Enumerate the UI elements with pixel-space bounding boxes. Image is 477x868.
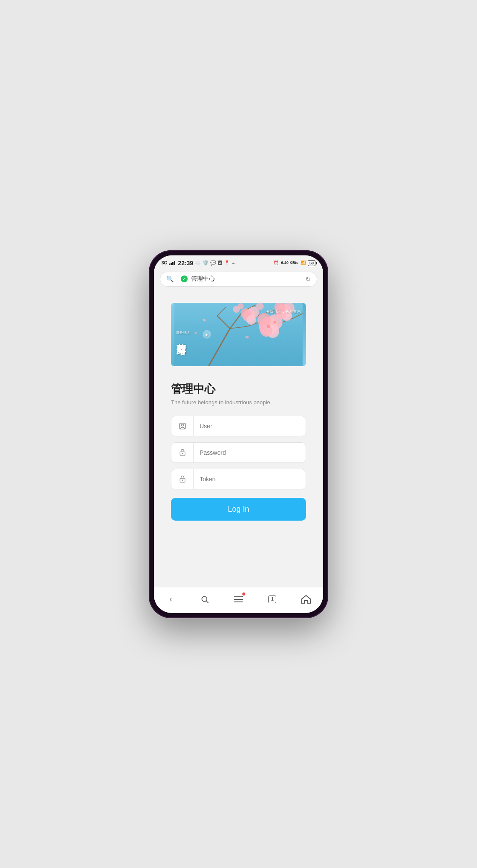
- refresh-icon[interactable]: ↻: [305, 275, 311, 283]
- svg-point-33: [238, 303, 244, 309]
- page-title: 管理中心: [171, 382, 306, 397]
- login-button[interactable]: Log In: [171, 498, 306, 521]
- status-left: 3G 22:39 ☁️ 🛡️ 💬 A 📍 ···: [162, 260, 236, 267]
- security-badge: ✓: [181, 276, 188, 282]
- banner-text: 准备就绪 苍穹网络 ▶: [176, 330, 190, 339]
- svg-line-45: [206, 601, 209, 603]
- banner-subtitle: 准备就绪: [176, 330, 190, 335]
- alarm-icon: ⏰: [274, 261, 279, 265]
- banner-play-icon[interactable]: ▶: [203, 330, 211, 339]
- nav-home-icon: [301, 595, 311, 604]
- banner-right-text: 春暖花开，善尽甘来: [266, 309, 301, 314]
- nav-tabs-button[interactable]: 1: [265, 592, 280, 607]
- page-subtitle: The future belongs to industrious people…: [171, 399, 306, 406]
- url-divider: [177, 276, 177, 282]
- message-icon: 💬: [210, 260, 216, 266]
- banner-image: 准备就绪 苍穹网络 ▶ 春暖花开，善尽甘来: [171, 303, 306, 366]
- svg-point-22: [274, 320, 277, 323]
- battery-indicator: 50: [308, 260, 315, 266]
- password-input-group: [171, 442, 306, 463]
- network-type: 3G: [162, 261, 167, 265]
- svg-point-39: [181, 424, 183, 426]
- translate-icon: A: [218, 261, 222, 265]
- lock-icon: [171, 443, 194, 462]
- menu-notification-dot: [242, 592, 245, 595]
- banner-container: 准备就绪 苍穹网络 ▶ 春暖花开，善尽甘来: [154, 290, 323, 375]
- time-display: 22:39: [178, 260, 193, 267]
- user-icon: [171, 416, 194, 436]
- username-field[interactable]: [194, 417, 306, 435]
- speed-display: 6.40 KB/s: [281, 261, 298, 265]
- token-lock-icon: [171, 469, 194, 489]
- phone-frame: 3G 22:39 ☁️ 🛡️ 💬 A 📍 ··· ⏰ 6.40 KB/s 📶: [149, 250, 328, 618]
- form-area: 管理中心 The future belongs to industrious p…: [154, 375, 323, 529]
- token-input-group: [171, 469, 306, 489]
- shield-icon: 🛡️: [203, 260, 209, 266]
- location-icon: 📍: [224, 260, 230, 266]
- url-text: 管理中心: [191, 275, 302, 283]
- signal-icon: [169, 261, 175, 265]
- banner-title: 苍穹网络: [176, 335, 186, 339]
- username-input-group: [171, 416, 306, 436]
- token-field[interactable]: [194, 470, 306, 489]
- tabs-icon: 1: [268, 595, 276, 603]
- nav-back-button[interactable]: ‹: [163, 592, 179, 607]
- svg-point-26: [247, 315, 256, 325]
- more-icon: ···: [232, 261, 236, 266]
- content-area: 准备就绪 苍穹网络 ▶ 春暖花开，善尽甘来 管理中心 The future be…: [154, 290, 323, 587]
- browser-bar: 🔍 ✓ 管理中心 ↻: [154, 269, 323, 290]
- nav-home-button[interactable]: [298, 592, 314, 607]
- svg-point-43: [182, 480, 183, 481]
- nav-menu-icon: [234, 595, 243, 603]
- svg-point-41: [182, 453, 183, 454]
- nav-menu-button[interactable]: [231, 592, 246, 607]
- svg-point-20: [260, 325, 272, 337]
- status-right: ⏰ 6.40 KB/s 📶 50: [274, 260, 315, 266]
- svg-point-44: [202, 596, 207, 601]
- wifi-icon: 📶: [300, 261, 306, 265]
- password-field[interactable]: [194, 443, 306, 462]
- nav-search-icon: [200, 595, 209, 604]
- status-bar: 3G 22:39 ☁️ 🛡️ 💬 A 📍 ··· ⏰ 6.40 KB/s 📶: [154, 255, 323, 269]
- svg-point-21: [267, 325, 270, 328]
- bottom-nav: ‹ 1: [154, 587, 323, 613]
- back-icon: ‹: [170, 595, 172, 604]
- nav-search-button[interactable]: [197, 592, 212, 607]
- search-icon: 🔍: [166, 276, 174, 282]
- phone-screen: 3G 22:39 ☁️ 🛡️ 💬 A 📍 ··· ⏰ 6.40 KB/s 📶: [154, 255, 323, 613]
- cloud-icon: ☁️: [195, 260, 201, 266]
- url-bar[interactable]: 🔍 ✓ 管理中心 ↻: [160, 272, 317, 287]
